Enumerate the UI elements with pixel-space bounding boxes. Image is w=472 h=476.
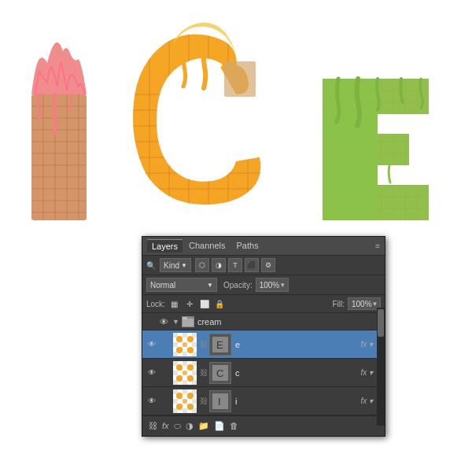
fill-input[interactable]: 100% ▼	[348, 297, 381, 310]
layer-row-e[interactable]: 👁	[142, 330, 385, 359]
opacity-input[interactable]: 100% ▼	[256, 278, 289, 292]
search-icon: 🔍	[146, 261, 156, 270]
add-style-btn[interactable]: fx	[162, 421, 169, 431]
blend-chevron-icon: ▼	[207, 282, 213, 289]
panel-menu-icon[interactable]: ≡	[375, 242, 380, 250]
layer-mask-e: E	[209, 334, 231, 356]
svg-rect-69	[192, 342, 197, 347]
svg-point-121	[176, 404, 183, 410]
filter-shape-btn[interactable]: ⬛	[245, 258, 259, 272]
blend-mode-select[interactable]: Normal ▼	[146, 278, 217, 292]
svg-point-122	[187, 404, 194, 410]
svg-rect-84	[173, 361, 178, 366]
eye-icon-c[interactable]: 👁	[146, 367, 157, 378]
filter-icons: ⬡ ◑ T ⬛ ⚙	[195, 258, 275, 272]
link-icon-e: ⛓	[200, 340, 208, 349]
blend-row: Normal ▼ Opacity: 100% ▼	[142, 275, 385, 295]
svg-rect-74	[192, 352, 197, 356]
lock-checkerboard-btn[interactable]: ▦	[168, 297, 181, 310]
bottom-toolbar: ⛓ fx ⬭ ◑ 📁 📄 🗑	[142, 415, 385, 436]
filter-smart-btn[interactable]: ⚙	[261, 258, 275, 272]
lock-artboard-btn[interactable]: ⬜	[198, 297, 211, 310]
group-name-label: cream	[197, 317, 222, 327]
eye-icon-group[interactable]: 👁	[160, 317, 168, 327]
svg-rect-95	[183, 380, 187, 385]
layer-name-c: c	[235, 368, 360, 378]
svg-rect-113	[192, 399, 197, 404]
svg-rect-64	[192, 333, 197, 338]
link-icon-i: ⛓	[200, 397, 208, 405]
layer-row-c[interactable]: 👁	[142, 359, 385, 387]
svg-rect-89	[173, 371, 178, 375]
fill-arrow-icon: ▼	[372, 301, 378, 308]
add-mask-btn[interactable]: ⬭	[174, 421, 181, 431]
svg-rect-73	[183, 352, 187, 356]
svg-point-101	[183, 371, 187, 375]
svg-point-75	[176, 336, 183, 342]
ice-illustration	[8, 8, 464, 220]
lock-row: Lock: ▦ ✛ ⬜ 🔒 Fill: 100% ▼	[142, 295, 385, 313]
delete-layer-btn[interactable]: 🗑	[230, 421, 238, 431]
svg-rect-107	[183, 389, 187, 394]
svg-rect-62	[173, 333, 178, 338]
svg-point-76	[187, 336, 194, 342]
scroll-thumb	[378, 309, 384, 337]
layer-mask-e-svg: E	[210, 334, 230, 355]
svg-rect-111	[173, 399, 178, 404]
group-collapse-arrow[interactable]: ▼	[172, 318, 179, 326]
svg-rect-35	[224, 61, 256, 97]
layer-thumb-i	[173, 389, 197, 413]
lock-icons: ▦ ✛ ⬜ 🔒	[168, 297, 226, 310]
scrollbar[interactable]	[377, 308, 385, 426]
fill-label: Fill:	[332, 300, 345, 308]
tab-channels[interactable]: Channels	[184, 239, 230, 253]
eye-icon-e[interactable]: 👁	[146, 339, 157, 350]
layer-thumb-c-svg	[173, 361, 197, 385]
svg-rect-67	[173, 342, 178, 347]
layer-thumb-c	[173, 361, 197, 385]
layer-mask-c: C	[209, 362, 231, 384]
fx-badge-i: fx ▾	[360, 397, 373, 405]
filter-type-btn[interactable]: T	[228, 258, 242, 272]
svg-point-98	[187, 364, 194, 371]
eye-icon-i[interactable]: 👁	[146, 396, 157, 407]
svg-point-79	[183, 342, 187, 347]
filter-adjust-btn[interactable]: ◑	[212, 258, 226, 272]
tab-layers[interactable]: Layers	[147, 239, 183, 253]
layer-thumb-e-svg	[173, 333, 197, 356]
lock-label: Lock:	[146, 300, 165, 308]
link-layers-btn[interactable]: ⛓	[149, 421, 157, 431]
panel-header: Layers Channels Paths ≡	[142, 237, 385, 256]
lock-move-btn[interactable]: ✛	[183, 297, 196, 310]
layers-panel: Layers Channels Paths ≡ 🔍 Kind ▼ ⬡ ◑ T ⬛…	[142, 236, 385, 437]
layer-thumb-e	[173, 333, 197, 356]
svg-rect-59	[183, 319, 194, 327]
new-group-btn[interactable]: 📁	[198, 421, 209, 431]
svg-text:E: E	[216, 339, 223, 351]
layer-row-i[interactable]: 👁	[142, 387, 385, 415]
fx-badge-e: fx ▾	[360, 340, 373, 349]
filter-pixel-btn[interactable]: ⬡	[195, 258, 209, 272]
lock-all-btn[interactable]: 🔒	[213, 297, 226, 310]
svg-point-119	[176, 393, 183, 399]
opacity-arrow-icon: ▼	[279, 282, 286, 289]
svg-rect-63	[183, 333, 187, 338]
svg-rect-96	[192, 380, 197, 385]
filter-row: 🔍 Kind ▼ ⬡ ◑ T ⬛ ⚙	[142, 256, 385, 275]
group-folder-icon	[182, 316, 194, 327]
new-fill-btn[interactable]: ◑	[186, 421, 194, 431]
svg-rect-117	[183, 408, 187, 413]
svg-rect-91	[192, 371, 197, 375]
new-layer-btn[interactable]: 📄	[214, 421, 225, 431]
svg-point-97	[176, 364, 183, 371]
folder-svg	[183, 317, 194, 327]
fx-badge-c: fx ▾	[360, 368, 373, 377]
svg-text:C: C	[216, 367, 223, 379]
layer-mask-i-svg: I	[210, 391, 230, 411]
tab-paths[interactable]: Paths	[232, 239, 264, 253]
chevron-down-icon: ▼	[181, 262, 187, 269]
link-icon-c: ⛓	[200, 368, 208, 377]
svg-rect-85	[183, 361, 187, 366]
bottom-icons: ⛓ fx ⬭ ◑ 📁 📄 🗑	[149, 421, 238, 431]
filter-kind-select[interactable]: Kind ▼	[160, 258, 191, 272]
